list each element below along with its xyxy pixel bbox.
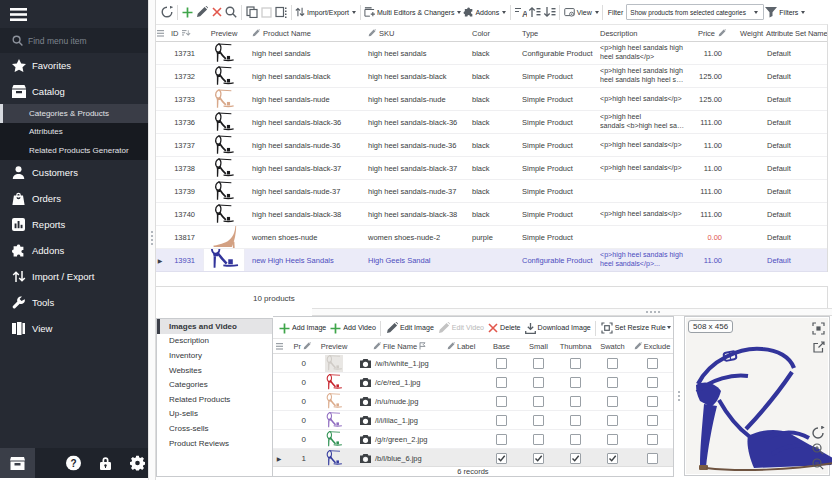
tab-related-products[interactable]: Related Products [157, 392, 272, 407]
edit-video-button[interactable]: Edit Video [436, 320, 486, 336]
column-header-cell[interactable]: Preview [311, 342, 357, 351]
tab-description[interactable]: Description [157, 334, 272, 349]
image-row-white_1.jpg[interactable]: 0 /w/h/white_1.jpg [273, 354, 673, 373]
checkbox[interactable] [570, 396, 581, 407]
external-link-icon[interactable] [813, 341, 825, 353]
sidebar-search[interactable]: Find menu item [0, 28, 148, 53]
column-header-cell[interactable]: File Name [373, 342, 441, 351]
column-header-cell[interactable]: ID [164, 29, 202, 38]
add-video-button[interactable]: Add Video [328, 320, 378, 336]
zoom-in-icon[interactable] [812, 443, 824, 455]
checkbox[interactable] [607, 377, 618, 388]
sidebar-item-catalog[interactable]: Catalog [0, 78, 148, 104]
checkbox[interactable] [570, 358, 581, 369]
sidebar-item-orders[interactable]: Orders [0, 186, 148, 212]
tab-cross-sells[interactable]: Cross-sells [157, 421, 272, 436]
multi-editors-menu[interactable]: Multi Editors & Changers [363, 3, 462, 21]
product-row-13931[interactable]: ▶13931 new High Heels SandalsHigh Geels … [156, 249, 827, 272]
sidebar-splitter[interactable] [148, 0, 156, 480]
column-header-cell[interactable]: Swatch [594, 342, 631, 351]
image-row-green_2.jpg[interactable]: 0 /g/r/green_2.jpg [273, 430, 673, 449]
zoom-out-icon[interactable] [812, 458, 824, 470]
checkbox[interactable] [647, 453, 658, 464]
checkbox[interactable] [533, 396, 544, 407]
column-header-cell[interactable]: Attribute Set Name [764, 29, 827, 38]
move-down-button[interactable] [542, 3, 557, 21]
sidebar-subitem-categories-products[interactable]: Categories & Products [0, 104, 148, 123]
filter-select[interactable]: Show products from selected categories [626, 4, 764, 20]
sidebar-item-view[interactable]: View [0, 316, 148, 342]
view-menu[interactable]: View [563, 3, 600, 21]
addons-menu[interactable]: Addons [462, 3, 507, 21]
store-button[interactable] [0, 448, 35, 478]
product-row-13731[interactable]: 13731 high heel sandalshigh heel sandals… [156, 42, 827, 65]
checkbox[interactable] [533, 415, 544, 426]
filters-menu[interactable]: Filters [764, 3, 806, 21]
checkbox[interactable] [607, 453, 618, 464]
checkbox[interactable] [496, 358, 507, 369]
edit-product-button[interactable] [195, 3, 210, 21]
checkbox[interactable] [496, 396, 507, 407]
set-resize-rule-button[interactable]: Set Resize Rule [599, 320, 668, 336]
column-header-cell[interactable]: Description [596, 29, 686, 38]
copy-button[interactable] [245, 3, 260, 21]
sidebar-item-addons[interactable]: Addons [0, 238, 148, 264]
product-row-13817[interactable]: 13817 women shoes-nudewomen shoes-nude-2… [156, 226, 827, 249]
paste-button[interactable] [259, 3, 274, 21]
product-row-13736[interactable]: 13736 high heel sandals-black-36high hee… [156, 111, 827, 134]
image-row-lilac_1.jpg[interactable]: 0 /l/i/lilac_1.jpg [273, 411, 673, 430]
column-header-cell[interactable]: Type [516, 29, 596, 38]
rotate-icon[interactable] [811, 426, 825, 439]
tab-categories[interactable]: Categories [157, 377, 272, 392]
checkbox[interactable] [496, 415, 507, 426]
checkbox[interactable] [570, 415, 581, 426]
toolbar-overflow-icon[interactable] [667, 326, 671, 329]
checkbox[interactable] [496, 434, 507, 445]
checkbox[interactable] [647, 434, 658, 445]
tab-websites[interactable]: Websites [157, 363, 272, 378]
checkbox[interactable] [533, 453, 544, 464]
sidebar-subitem-related-products-generator[interactable]: Related Products Generator [0, 141, 148, 160]
gear-icon[interactable] [130, 456, 145, 471]
checkbox[interactable] [647, 396, 658, 407]
tab-inventory[interactable]: Inventory [157, 348, 272, 363]
checkbox[interactable] [607, 358, 618, 369]
sidebar-item-import-export[interactable]: Import / Export [0, 264, 148, 290]
column-header-cell[interactable]: Product Name [246, 29, 362, 38]
column-header-cell[interactable]: Color [466, 29, 516, 38]
checkbox[interactable] [533, 434, 544, 445]
product-row-13738[interactable]: 13738 high heel sandals-black-37high hee… [156, 157, 827, 180]
images-grid-header[interactable]: Pr Preview File Name Label Base Small Th… [273, 339, 673, 354]
checkbox[interactable] [607, 396, 618, 407]
tab-images-and-video[interactable]: Images and Video [157, 319, 272, 334]
column-header-cell[interactable]: Weight [730, 29, 764, 38]
tab-product-reviews[interactable]: Product Reviews [157, 436, 272, 451]
product-row-13740[interactable]: 13740 high heel sandals-black-38high hee… [156, 203, 827, 226]
sidebar-item-favorites[interactable]: Favorites [0, 52, 148, 78]
lock-icon[interactable] [99, 456, 112, 470]
checkbox[interactable] [533, 377, 544, 388]
fit-screen-icon[interactable] [812, 322, 825, 335]
hamburger-menu-icon[interactable] [10, 8, 27, 21]
sidebar-item-tools[interactable]: Tools [0, 290, 148, 316]
column-header-cell[interactable]: Thumbna [557, 342, 594, 351]
checkbox[interactable] [496, 453, 507, 464]
checkbox[interactable] [570, 434, 581, 445]
image-row-red_1.jpg[interactable]: 0 /c/e/red_1.jpg [273, 373, 673, 392]
column-header-cell[interactable]: Small [520, 342, 557, 351]
import-export-menu[interactable]: Import/Export [294, 3, 357, 21]
add-product-button[interactable] [181, 3, 196, 21]
product-row-13733[interactable]: 13733 high heel sandals-nudehigh heel sa… [156, 88, 827, 111]
sidebar-item-customers[interactable]: Customers [0, 160, 148, 186]
help-icon[interactable]: ? [66, 456, 81, 471]
product-row-13739[interactable]: 13739 high heel sandals-nude-37high heel… [156, 180, 827, 203]
checkbox[interactable] [647, 377, 658, 388]
checkbox[interactable] [647, 415, 658, 426]
delete-image-button[interactable]: Delete [486, 320, 523, 336]
checkbox[interactable] [570, 453, 581, 464]
preview-splitter[interactable] [674, 316, 684, 477]
column-header-cell[interactable]: Preview [202, 29, 246, 38]
column-header-cell[interactable]: SKU [362, 29, 466, 38]
duplicate-button[interactable] [274, 3, 289, 21]
product-row-13732[interactable]: 13732 high heel sandals-blackhigh heel s… [156, 65, 827, 88]
